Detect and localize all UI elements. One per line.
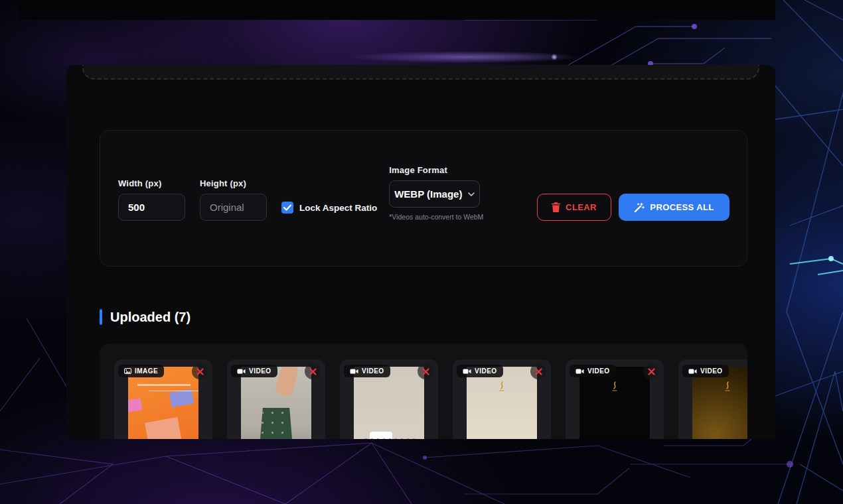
lock-aspect-checkbox[interactable] (281, 202, 293, 214)
remove-item-button[interactable] (643, 363, 659, 379)
thumbnail-preview (579, 367, 650, 439)
close-icon (648, 368, 655, 375)
thumbnail-preview (467, 367, 537, 439)
remove-item-button[interactable] (305, 363, 321, 379)
close-icon (422, 368, 429, 375)
thumbnail-preview (692, 367, 747, 439)
thumbnail-preview (128, 367, 198, 439)
action-buttons: CLEAR PROCESS ALL (537, 194, 729, 221)
media-type-badge: IMAGE (118, 365, 164, 377)
lock-aspect-label: Lock Aspect Ratio (299, 203, 377, 213)
uploaded-item-card: VIDEO (340, 359, 438, 439)
badge-label: VIDEO (362, 367, 384, 375)
process-all-button-label: PROCESS ALL (650, 202, 714, 212)
lock-aspect-group: Lock Aspect Ratio (281, 202, 377, 214)
brand-logo-icon (723, 381, 732, 396)
media-type-badge: VIDEO (457, 365, 503, 377)
video-icon (350, 369, 358, 374)
upload-dropzone[interactable] (82, 65, 759, 80)
remove-item-button[interactable] (418, 363, 433, 379)
media-type-badge: VIDEO (344, 365, 390, 377)
app-panel: Width (px) Height (px) Lock Aspect Ratio… (66, 65, 775, 439)
close-icon (309, 368, 317, 375)
format-field-group: Image Format WEBP (Image) *Videos auto-c… (389, 165, 483, 221)
uploaded-heading: Uploaded (7) (100, 309, 191, 325)
clear-button[interactable]: CLEAR (537, 194, 611, 221)
width-input[interactable] (118, 194, 185, 221)
image-icon (124, 368, 131, 374)
badge-label: VIDEO (475, 367, 497, 375)
uploaded-item-card: VIDEO (453, 359, 551, 439)
heading-accent-bar (100, 309, 102, 325)
width-label: Width (px) (118, 178, 185, 188)
brand-logo-icon (610, 381, 619, 396)
brand-logo-icon (497, 381, 506, 396)
chevron-down-icon (468, 192, 475, 196)
process-all-button[interactable]: PROCESS ALL (619, 194, 729, 221)
badge-label: IMAGE (135, 367, 158, 375)
format-note: *Videos auto-convert to WebM (389, 213, 483, 221)
badge-label: VIDEO (249, 367, 271, 375)
height-field-group: Height (px) (200, 178, 267, 221)
badge-label: VIDEO (700, 367, 723, 375)
video-icon (688, 369, 697, 374)
video-icon (575, 369, 584, 374)
uploaded-item-card: VIDEO (566, 359, 664, 439)
video-icon (463, 369, 471, 374)
format-selected-value: WEBP (Image) (394, 188, 462, 200)
uploaded-item-card: IMAGE (114, 359, 212, 439)
thumbnail-row: IMAGE VIDEO (100, 344, 747, 439)
badge-label: VIDEO (587, 367, 610, 375)
media-type-badge: VIDEO (682, 365, 729, 377)
uploaded-title: Uploaded (7) (110, 310, 191, 325)
format-label: Image Format (389, 165, 483, 175)
checkmark-icon (283, 204, 291, 211)
uploaded-item-card: VIDEO (227, 359, 325, 439)
magic-wand-icon (634, 202, 645, 213)
close-icon (535, 368, 542, 375)
window-top-strip (19, 0, 775, 20)
remove-item-button[interactable] (192, 363, 208, 379)
width-field-group: Width (px) (118, 178, 185, 221)
height-label: Height (px) (200, 178, 267, 188)
video-icon (237, 369, 246, 374)
thumbnail-preview (354, 367, 424, 439)
settings-card: Width (px) Height (px) Lock Aspect Ratio… (100, 130, 747, 267)
thumbnail-preview (241, 367, 311, 439)
format-select[interactable]: WEBP (Image) (389, 180, 480, 208)
remove-item-button[interactable] (530, 363, 546, 379)
media-type-badge: VIDEO (570, 365, 616, 377)
height-input[interactable] (200, 194, 267, 221)
close-icon (196, 368, 204, 375)
trash-icon (552, 202, 560, 212)
clear-button-label: CLEAR (566, 202, 597, 212)
uploaded-item-card: VIDEO (678, 359, 747, 439)
uploaded-items-panel: IMAGE VIDEO (100, 344, 747, 439)
media-type-badge: VIDEO (231, 365, 277, 377)
